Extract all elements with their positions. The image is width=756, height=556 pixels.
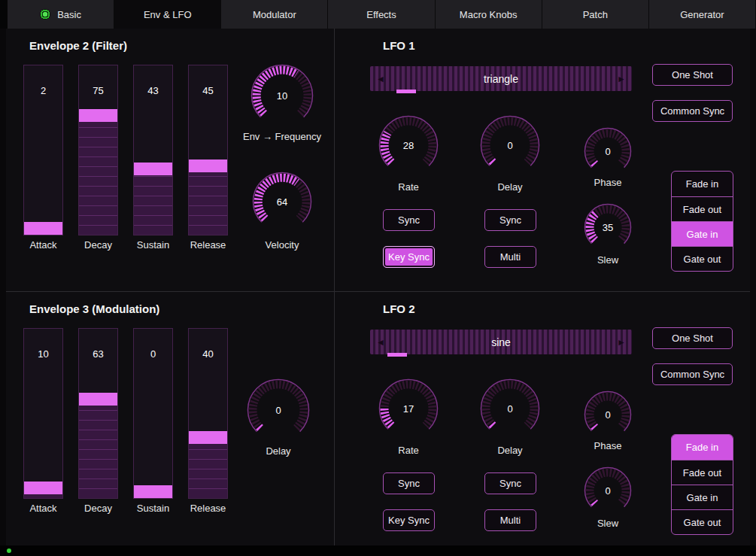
slider-value: 63 [79, 348, 117, 360]
next-waveform-arrow-icon[interactable]: ► [612, 330, 630, 354]
slider-label: Attack [23, 239, 63, 251]
knob-value: 17 [378, 378, 439, 439]
tab-env-lfo[interactable]: Env & LFO [114, 0, 221, 29]
slider-handle[interactable] [189, 431, 227, 444]
knob-label: Slew [584, 518, 632, 529]
panel-title: Envelope 3 (Modulation) [29, 302, 159, 315]
slider-label: Decay [78, 239, 118, 251]
envelope-2-panel: Envelope 2 (Filter) 2 75 43 45 At [6, 29, 335, 292]
sustain-slider[interactable]: 0 [133, 328, 173, 499]
tab-label: Modulator [253, 9, 296, 20]
velocity-knob[interactable]: 64 [252, 172, 312, 232]
rate-knob[interactable]: 28 [378, 115, 439, 175]
attack-slider[interactable]: 10 [23, 328, 63, 499]
slider-label: Attack [23, 503, 63, 514]
delay-sync-button[interactable]: Sync [484, 209, 536, 231]
knob-value: 10 [250, 64, 314, 127]
slider-label: Release [188, 503, 228, 514]
status-led-icon [7, 548, 11, 553]
delay-knob[interactable]: 0 [247, 378, 310, 442]
slider-handle[interactable] [189, 160, 227, 172]
slider-handle[interactable] [134, 485, 172, 498]
common-sync-button[interactable]: Common Sync [652, 363, 733, 385]
slider-label: Decay [78, 503, 118, 514]
knob-label: Delay [480, 445, 540, 456]
phase-knob[interactable]: 0 [584, 127, 632, 175]
knob-value: 0 [584, 127, 632, 175]
env-frequency-knob[interactable]: 10 [250, 64, 314, 127]
gate-in-button[interactable]: Gate in [672, 221, 733, 246]
main-area: Envelope 2 (Filter) 2 75 43 45 At [6, 29, 750, 545]
one-shot-button[interactable]: One Shot [652, 327, 733, 349]
tab-label: Macro Knobs [460, 9, 518, 20]
fade-in-button[interactable]: Fade in [672, 435, 733, 460]
one-shot-button[interactable]: One Shot [652, 64, 733, 86]
decay-slider[interactable]: 63 [78, 328, 118, 499]
decay-slider[interactable]: 75 [78, 65, 118, 235]
tab-modulator[interactable]: Modulator [221, 0, 328, 29]
slider-value: 45 [189, 85, 227, 96]
key-sync-button[interactable]: Key Sync [383, 509, 435, 531]
slider-handle[interactable] [134, 163, 172, 175]
fade-gate-list: Fade in Fade out Gate in Gate out [671, 434, 733, 535]
slider-handle[interactable] [79, 109, 117, 122]
delay-knob[interactable]: 0 [480, 115, 540, 175]
common-sync-button[interactable]: Common Sync [652, 100, 733, 122]
fade-gate-list: Fade in Fade out Gate in Gate out [671, 171, 733, 272]
slider-handle[interactable] [79, 393, 117, 406]
slider-value: 2 [24, 85, 62, 96]
tab-basic[interactable]: Basic [8, 0, 114, 29]
prev-waveform-arrow-icon[interactable]: ◄ [372, 66, 390, 91]
tab-macro-knobs[interactable]: Macro Knobs [436, 0, 542, 29]
fade-out-button[interactable]: Fade out [672, 196, 733, 221]
next-waveform-arrow-icon[interactable]: ► [612, 66, 630, 91]
rate-sync-button[interactable]: Sync [383, 209, 435, 231]
panel-title: Envelope 2 (Filter) [29, 39, 127, 52]
slider-value: 43 [134, 85, 172, 96]
waveform-selector[interactable]: ◄ triangle ► [370, 66, 632, 91]
tab-patch[interactable]: Patch [542, 0, 649, 29]
delay-sync-button[interactable]: Sync [484, 472, 536, 494]
slider-value: 10 [24, 348, 62, 360]
status-bar [0, 545, 756, 556]
gate-out-button[interactable]: Gate out [672, 246, 733, 271]
knob-value: 0 [480, 115, 540, 175]
waveform-selector[interactable]: ◄ sine ► [370, 330, 632, 354]
multi-button[interactable]: Multi [484, 509, 536, 531]
slider-handle[interactable] [24, 482, 62, 494]
tab-effects[interactable]: Effects [328, 0, 435, 29]
power-led-icon[interactable] [40, 9, 50, 20]
fade-in-button[interactable]: Fade in [672, 172, 733, 196]
slider-label: Sustain [133, 239, 173, 251]
knob-label: Delay [218, 445, 339, 457]
rate-knob[interactable]: 17 [378, 378, 439, 439]
synth-app: Basic Env & LFO Modulator Effects Macro … [0, 0, 756, 556]
slider-value: 40 [189, 348, 227, 360]
gate-out-button[interactable]: Gate out [672, 509, 733, 534]
tab-label: Effects [366, 9, 396, 20]
slider-handle[interactable] [24, 222, 62, 235]
slider-fill [79, 393, 117, 498]
attack-slider[interactable]: 2 [23, 65, 63, 235]
release-slider[interactable]: 45 [188, 65, 228, 235]
sustain-slider[interactable]: 43 [133, 65, 173, 235]
slew-knob[interactable]: 0 [584, 466, 632, 515]
knob-value: 0 [247, 378, 310, 442]
knob-label: Rate [378, 445, 439, 456]
release-slider[interactable]: 40 [188, 328, 228, 499]
key-sync-button[interactable]: Key Sync [383, 246, 435, 268]
rate-sync-button[interactable]: Sync [383, 472, 435, 494]
knob-label: Phase [584, 440, 632, 451]
tab-generator[interactable]: Generator [649, 0, 756, 29]
waveform-position-indicator [387, 353, 407, 357]
slew-knob[interactable]: 35 [584, 203, 632, 251]
fade-out-button[interactable]: Fade out [672, 460, 733, 485]
tab-bar: Basic Env & LFO Modulator Effects Macro … [0, 0, 756, 29]
phase-knob[interactable]: 0 [584, 390, 632, 439]
knob-label: Velocity [222, 239, 342, 251]
gate-in-button[interactable]: Gate in [672, 485, 733, 509]
multi-button[interactable]: Multi [484, 246, 536, 268]
prev-waveform-arrow-icon[interactable]: ◄ [372, 330, 390, 354]
delay-knob[interactable]: 0 [480, 378, 540, 439]
lfo-1-panel: LFO 1 ◄ triangle ► One Shot Common Sync … [335, 29, 750, 292]
